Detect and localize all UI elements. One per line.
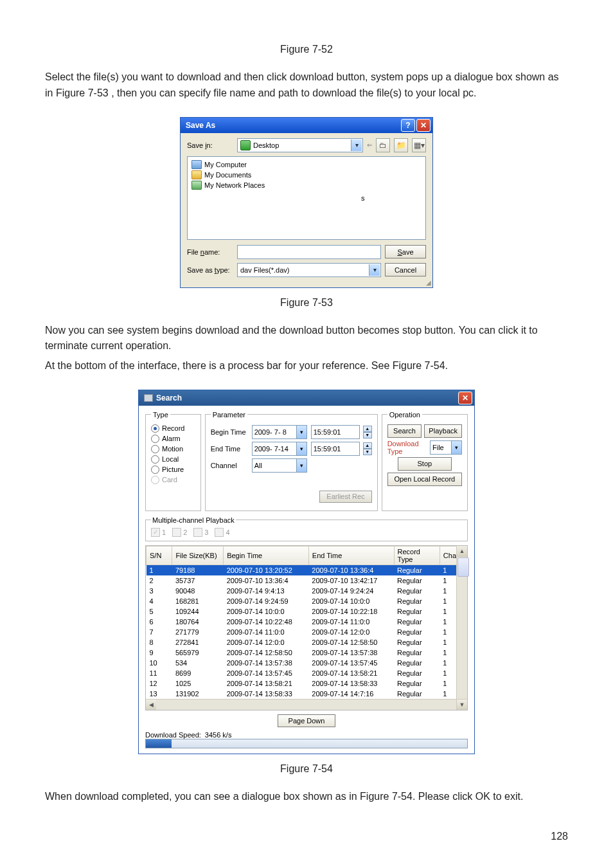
spin-down-icon[interactable]: ▼ — [363, 432, 372, 439]
scroll-up-icon[interactable]: ▲ — [457, 546, 467, 557]
table-row[interactable]: 41682812009-07-14 9:24:592009-07-14 10:0… — [147, 596, 467, 606]
col-filesize[interactable]: File Size(KB) — [172, 546, 224, 565]
scroll-left-icon[interactable]: ◀ — [146, 700, 156, 710]
type-group: Type Record Alarm Motion Local Picture C… — [145, 411, 201, 511]
operation-legend: Operation — [387, 411, 422, 419]
list-item[interactable]: My Computer — [191, 159, 422, 170]
cell-et: 2009-07-10 13:42:17 — [308, 575, 394, 586]
cancel-button[interactable]: Cancel — [385, 263, 426, 276]
type-local-radio[interactable]: Local — [151, 455, 195, 464]
type-motion-radio[interactable]: Motion — [151, 445, 195, 453]
col-sn[interactable]: S/N — [147, 546, 172, 565]
dropdown-icon[interactable]: ▾ — [296, 442, 306, 455]
help-button-icon[interactable]: ? — [401, 119, 415, 132]
table-row[interactable]: 1791882009-07-10 13:20:522009-07-10 13:3… — [147, 565, 467, 575]
progress-fill — [146, 739, 172, 748]
table-row[interactable]: 61807642009-07-14 10:22:482009-07-14 11:… — [147, 617, 467, 627]
saveastype-dropdown-icon[interactable]: ▾ — [369, 264, 380, 276]
table-row[interactable]: 2357372009-07-10 13:36:42009-07-10 13:42… — [147, 575, 467, 586]
type-legend: Type — [151, 411, 170, 419]
search-button[interactable]: Search — [387, 424, 422, 438]
type-picture-radio[interactable]: Picture — [151, 466, 195, 474]
saveas-file-list[interactable]: My Computer My Documents My Network Plac… — [187, 156, 426, 240]
open-local-record-button[interactable]: Open Local Record — [387, 473, 462, 486]
table-row[interactable]: 131319022009-07-14 13:58:332009-07-14 14… — [147, 689, 467, 699]
col-begintime[interactable]: Begin Time — [224, 546, 309, 565]
cell-sn: 3 — [147, 586, 172, 596]
desktop-icon — [240, 140, 251, 150]
savein-label: Save in: — [187, 141, 233, 149]
table-row[interactable]: 82728412009-07-14 12:0:02009-07-14 12:58… — [147, 637, 467, 647]
resize-grip-icon[interactable]: ◢ — [426, 279, 431, 286]
spin-up-icon[interactable]: ▲ — [363, 426, 372, 432]
download-type-select[interactable]: File▾ — [430, 440, 462, 455]
saveastype-combo[interactable]: dav Files(*.dav) ▾ — [237, 263, 381, 277]
begin-time-spinner[interactable]: ▲▼ — [363, 426, 372, 439]
parameter-legend: Parameter — [211, 411, 247, 419]
results-table[interactable]: S/N File Size(KB) Begin Time End Time Re… — [146, 546, 467, 699]
h-scrollbar[interactable]: ◀ ▶ — [146, 699, 467, 710]
col-recordtype[interactable]: Record Type — [394, 546, 440, 565]
table-row[interactable]: 1210252009-07-14 13:58:212009-07-14 13:5… — [147, 678, 467, 689]
cell-sn: 6 — [147, 617, 172, 627]
list-item[interactable]: My Documents — [191, 170, 422, 180]
end-time-label: End Time — [211, 445, 248, 453]
table-row[interactable]: 3900482009-07-14 9:4:132009-07-14 9:24:2… — [147, 586, 467, 596]
stop-button[interactable]: Stop — [398, 457, 452, 471]
table-row[interactable]: 105342009-07-14 13:57:382009-07-14 13:57… — [147, 658, 467, 668]
search-window: Search ✕ Type Record Alarm Motion Local … — [138, 390, 475, 754]
begin-date-input[interactable]: 2009- 7- 8▾ — [252, 425, 307, 439]
figure-caption-52: Figure 7-52 — [45, 44, 568, 55]
cell-rt: Regular — [394, 678, 440, 689]
saveas-dialog: Save As ? ✕ Save in: Desktop ▾ ⇐ 🗀 📁 ▦▾ — [180, 117, 433, 288]
table-row[interactable]: 72717792009-07-14 11:0:02009-07-14 12:0:… — [147, 627, 467, 637]
col-endtime[interactable]: End Time — [308, 546, 394, 565]
end-time-spinner[interactable]: ▲▼ — [363, 442, 372, 455]
end-time-input[interactable]: 15:59:01 — [311, 442, 360, 456]
type-card-radio: Card — [151, 476, 195, 484]
computer-icon — [191, 160, 202, 169]
page-down-button[interactable]: Page Down — [278, 714, 335, 727]
cell-bt: 2009-07-14 10:0:0 — [224, 606, 309, 617]
type-alarm-radio[interactable]: Alarm — [151, 435, 195, 443]
table-row[interactable]: 95659792009-07-14 12:58:502009-07-14 13:… — [147, 647, 467, 658]
playback-button[interactable]: Playback — [424, 424, 462, 438]
channel-select[interactable]: All▾ — [252, 458, 307, 473]
multichannel-legend: Multiple-channel Playback — [151, 516, 236, 524]
new-folder-icon[interactable]: 📁 — [394, 138, 408, 152]
dropdown-icon[interactable]: ▾ — [451, 441, 461, 454]
search-title-text: Search — [156, 393, 182, 402]
scroll-down-icon[interactable]: ▼ — [457, 699, 467, 710]
close-icon[interactable]: ✕ — [458, 392, 472, 404]
savein-combo[interactable]: Desktop ▾ — [237, 138, 363, 152]
spin-up-icon[interactable]: ▲ — [363, 442, 372, 449]
spin-down-icon[interactable]: ▼ — [363, 449, 372, 455]
cell-rt: Regular — [394, 668, 440, 678]
saveas-titlebar[interactable]: Save As ? ✕ — [181, 118, 432, 133]
cell-et: 2009-07-14 13:57:45 — [308, 658, 394, 668]
back-arrow-icon[interactable]: ⇐ — [367, 141, 372, 149]
list-item[interactable]: My Network Places — [191, 180, 422, 190]
type-record-radio[interactable]: Record — [151, 424, 195, 433]
cell-fs: 90048 — [172, 586, 224, 596]
end-date-input[interactable]: 2009- 7-14▾ — [252, 442, 307, 456]
scroll-thumb[interactable] — [458, 557, 469, 577]
up-folder-icon[interactable]: 🗀 — [376, 138, 390, 152]
filename-input[interactable] — [237, 245, 381, 259]
cell-sn: 13 — [147, 689, 172, 699]
dropdown-icon[interactable]: ▾ — [296, 459, 306, 472]
dropdown-icon[interactable]: ▾ — [296, 426, 306, 439]
cell-et: 2009-07-14 12:0:0 — [308, 627, 394, 637]
table-row[interactable]: 1186992009-07-14 13:57:452009-07-14 13:5… — [147, 668, 467, 678]
v-scrollbar[interactable]: ▲ ▼ — [456, 546, 467, 710]
search-titlebar[interactable]: Search ✕ — [139, 390, 474, 406]
view-menu-icon[interactable]: ▦▾ — [412, 138, 426, 152]
close-icon[interactable]: ✕ — [416, 119, 431, 132]
download-speed-label: Download Speed: — [145, 731, 201, 739]
savein-dropdown-icon[interactable]: ▾ — [351, 140, 362, 151]
cell-bt: 2009-07-14 12:0:0 — [224, 637, 309, 647]
save-button[interactable]: Save — [385, 245, 426, 258]
cell-et: 2009-07-14 12:58:50 — [308, 637, 394, 647]
begin-time-input[interactable]: 15:59:01 — [311, 425, 360, 439]
table-row[interactable]: 51092442009-07-14 10:0:02009-07-14 10:22… — [147, 606, 467, 617]
